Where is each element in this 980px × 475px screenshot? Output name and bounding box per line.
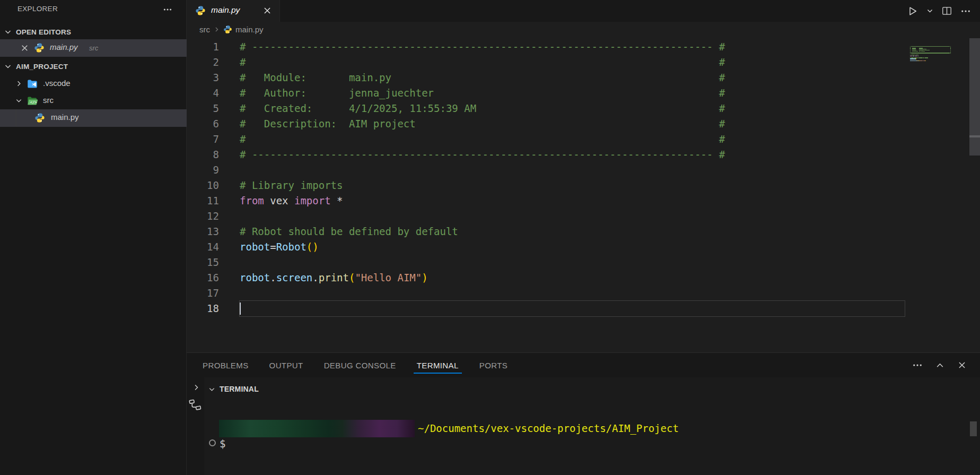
chevron-down-icon (208, 385, 216, 393)
line-text: # --------------------------------------… (240, 39, 725, 55)
terminal-banner-gradient (219, 420, 415, 437)
tree-item-label: .vscode (43, 79, 71, 88)
python-file-icon (34, 113, 45, 123)
line-text: robot=Robot() (240, 239, 319, 255)
line-text: # # (240, 55, 725, 70)
bottom-panel: PROBLEMSOUTPUTDEBUG CONSOLETERMINALPORTS (187, 352, 980, 475)
command-decoration-circle[interactable] (209, 439, 216, 446)
tree-item-main-py[interactable]: main.py (0, 109, 187, 127)
open-editor-file-label: main.py (50, 42, 78, 51)
tab-label: main.py (211, 5, 240, 15)
line-number[interactable]: 3 (187, 70, 219, 85)
line-number[interactable]: 13 (187, 224, 219, 239)
line-number[interactable]: 18 (187, 301, 219, 316)
breadcrumb-folder[interactable]: src (199, 25, 210, 34)
minimap[interactable] (908, 39, 961, 98)
line-number[interactable]: 17 (187, 286, 219, 301)
line-number[interactable]: 2 (187, 55, 219, 70)
line-number[interactable]: 16 (187, 270, 219, 286)
panel-tab-ports[interactable]: PORTS (478, 353, 509, 377)
line-text: # Author: jenna_juechter # (240, 85, 725, 101)
tab-main-py[interactable]: main.py (187, 0, 280, 22)
project-name-label: AIM_PROJECT (16, 63, 68, 71)
editor-more-actions-icon[interactable] (960, 5, 972, 17)
explorer-more-actions-icon[interactable] (161, 4, 174, 15)
chevron-down-icon (4, 62, 12, 71)
line-number[interactable]: 8 (187, 147, 219, 162)
open-editors-label: OPEN EDITORS (16, 28, 71, 36)
vscode-window: EXPLORER OPEN EDITORS main.py src AIM_PR… (0, 0, 980, 475)
open-editor-item-main-py[interactable]: main.py src (0, 39, 187, 57)
open-editors-header[interactable]: OPEN EDITORS (0, 24, 186, 39)
panel-close-icon[interactable] (957, 360, 967, 370)
terminal-section-label: TERMINAL (220, 385, 259, 393)
device-connection-icon[interactable] (189, 399, 202, 411)
tree-item-vscode-folder[interactable]: .vscode (0, 75, 187, 92)
tree-item-label: src (43, 96, 54, 105)
editor-scrollbar[interactable] (969, 38, 980, 156)
project-header[interactable]: AIM_PROJECT (0, 59, 186, 74)
tree-item-label: main.py (51, 113, 79, 122)
svg-text:</>: </> (30, 100, 37, 105)
explorer-title: EXPLORER (18, 5, 58, 13)
panel-tab-output[interactable]: OUTPUT (268, 353, 304, 377)
python-file-icon (195, 5, 206, 16)
line-number[interactable]: 11 (187, 193, 219, 209)
panel-tab-problems[interactable]: PROBLEMS (202, 353, 250, 377)
line-text: # Module: main.py # (240, 70, 725, 85)
scrollbar-cursor-mark (969, 135, 980, 137)
python-file-icon (34, 42, 45, 53)
line-text: # --------------------------------------… (240, 147, 725, 162)
line-text: # Description: AIM project # (240, 116, 725, 132)
chevron-right-icon (213, 26, 220, 33)
editor-actions (907, 0, 972, 22)
line-number[interactable]: 6 (187, 116, 219, 132)
line-text: # Robot should be defined by default (240, 224, 458, 239)
run-dropdown-chevron-icon[interactable] (926, 5, 933, 17)
chevron-down-icon (4, 28, 12, 36)
current-line-highlight (239, 300, 905, 317)
vscode-folder-icon (27, 79, 38, 89)
explorer-title-row: EXPLORER (0, 0, 186, 21)
explorer-sidebar: EXPLORER OPEN EDITORS main.py src AIM_PR… (0, 0, 187, 475)
run-button[interactable] (907, 5, 918, 17)
tab-close-icon[interactable] (262, 6, 272, 15)
line-number[interactable]: 4 (187, 85, 219, 101)
breadcrumb-file[interactable]: main.py (235, 25, 264, 34)
line-text: # # (240, 132, 725, 147)
terminal-scrollbar[interactable] (970, 421, 977, 436)
close-icon[interactable] (20, 44, 29, 53)
tree-indent-guide (16, 109, 16, 127)
terminal-body[interactable]: TERMINAL ~/Documents/vex-vscode-projects… (204, 377, 980, 475)
terminal-gutter-chevron-right-icon[interactable] (192, 383, 200, 392)
line-number[interactable]: 9 (187, 162, 219, 178)
src-folder-open-icon: </> (27, 96, 38, 106)
line-number[interactable]: 14 (187, 239, 219, 255)
panel-tabs-row: PROBLEMSOUTPUTDEBUG CONSOLETERMINALPORTS (187, 353, 980, 377)
line-number[interactable]: 10 (187, 178, 219, 193)
terminal-cwd-path: ~/Documents/vex-vscode-projects/AIM_Proj… (418, 421, 679, 436)
split-editor-button[interactable] (941, 5, 952, 17)
chevron-right-icon (15, 80, 23, 88)
breadcrumb: src main.py (187, 22, 980, 37)
tree-item-src-folder[interactable]: </> src (0, 92, 187, 109)
panel-tabs: PROBLEMSOUTPUTDEBUG CONSOLETERMINALPORTS (202, 353, 509, 377)
line-number[interactable]: 15 (187, 255, 219, 270)
line-number[interactable]: 1 (187, 39, 219, 55)
open-editor-folder-hint: src (89, 44, 98, 52)
panel-tab-terminal[interactable]: TERMINAL (416, 353, 460, 377)
line-number[interactable]: 7 (187, 132, 219, 147)
panel-tab-debug-console[interactable]: DEBUG CONSOLE (323, 353, 397, 377)
chevron-down-icon (15, 97, 23, 105)
panel-more-actions-icon[interactable] (912, 360, 923, 370)
editor-tabstrip: main.py (187, 0, 980, 22)
panel-actions (912, 353, 967, 377)
line-number[interactable]: 12 (187, 209, 219, 224)
python-file-icon (223, 25, 232, 34)
panel-maximize-chevron-icon[interactable] (934, 360, 945, 370)
terminal-gutter (187, 377, 204, 475)
terminal-section-header[interactable]: TERMINAL (208, 382, 259, 396)
line-text: # Created: 4/1/2025, 11:55:39 AM # (240, 101, 725, 116)
line-number[interactable]: 5 (187, 101, 219, 116)
code-editor[interactable]: 1# -------------------------------------… (187, 37, 980, 352)
